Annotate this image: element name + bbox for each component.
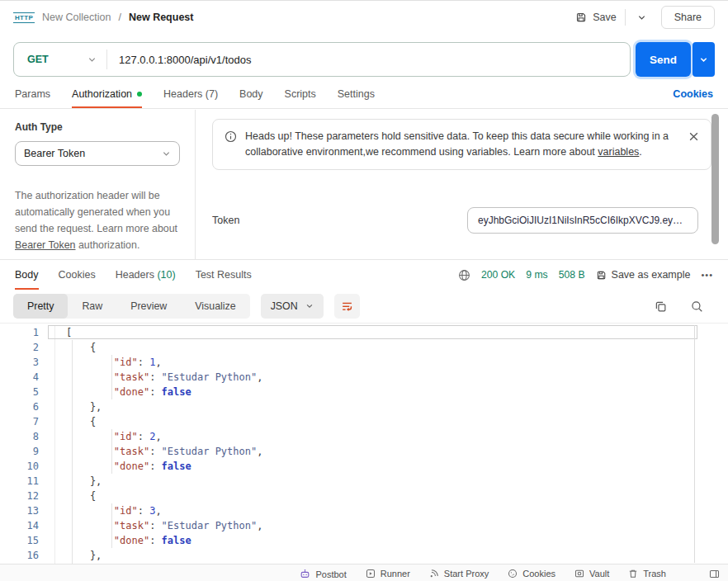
tab-authorization[interactable]: Authorization: [72, 80, 142, 108]
start-proxy-button[interactable]: Start Proxy: [429, 569, 489, 579]
response-tab-headers[interactable]: Headers (10): [116, 260, 176, 290]
code-line[interactable]: "done": false: [55, 459, 728, 474]
request-url-box: GET 127.0.0.1:8000/api/v1/todos: [13, 42, 631, 77]
floppy-icon: [596, 270, 607, 281]
view-tab-raw[interactable]: Raw: [68, 294, 116, 319]
code-line[interactable]: [: [55, 325, 728, 340]
token-input[interactable]: [467, 207, 698, 234]
response-tab-body[interactable]: Body: [15, 260, 39, 290]
vault-button[interactable]: Vault: [574, 569, 609, 579]
code-line[interactable]: "task": "Estudar Python",: [55, 444, 728, 459]
divider: [625, 9, 626, 26]
response-body-viewer[interactable]: 1234567891011121314151617 [ { "id": 1, "…: [0, 323, 728, 564]
token-row: Token: [212, 207, 711, 234]
line-number: 4: [0, 370, 54, 385]
save-as-example-button[interactable]: Save as example: [596, 269, 691, 281]
code-line[interactable]: "task": "Estudar Python",: [55, 518, 728, 533]
response-size[interactable]: 508 B: [559, 269, 585, 281]
tab-headers[interactable]: Headers (7): [163, 80, 218, 108]
chevron-down-icon: [87, 55, 97, 64]
line-number: 6: [0, 399, 54, 414]
tab-scripts[interactable]: Scripts: [285, 80, 316, 108]
postbot-button[interactable]: Postbot: [300, 569, 346, 579]
panel-icon: [709, 569, 720, 579]
line-number: 16: [0, 548, 54, 563]
line-number: 2: [0, 340, 54, 355]
response-tab-test-results[interactable]: Test Results: [196, 260, 252, 290]
auth-type-panel: Auth Type Bearer Token The authorization…: [0, 110, 196, 259]
wrap-lines-button[interactable]: [334, 294, 360, 319]
toolbar-right: [655, 300, 715, 313]
trash-button[interactable]: Trash: [628, 569, 666, 579]
runner-icon: [366, 569, 376, 579]
view-tab-pretty[interactable]: Pretty: [13, 294, 68, 319]
tab-params[interactable]: Params: [15, 80, 50, 108]
send-button[interactable]: Send: [636, 42, 691, 77]
line-number: 8: [0, 429, 54, 444]
search-icon[interactable]: [691, 300, 703, 313]
response-toolbar: Pretty Raw Preview Visualize JSON: [0, 290, 728, 323]
runner-button[interactable]: Runner: [366, 569, 410, 579]
globe-icon[interactable]: [458, 269, 470, 281]
share-label: Share: [674, 12, 702, 23]
status-code[interactable]: 200 OK: [481, 269, 515, 281]
satellite-icon: [429, 569, 439, 579]
code-line[interactable]: {: [55, 414, 728, 429]
save-options-button[interactable]: [631, 10, 653, 26]
code-line[interactable]: {: [55, 340, 728, 355]
banner-text: Heads up! These parameters hold sensitiv…: [245, 129, 680, 160]
url-input[interactable]: 127.0.0.1:8000/api/v1/todos: [107, 54, 630, 66]
cookies-button[interactable]: Cookies: [508, 569, 555, 579]
header-actions: Save Share: [575, 6, 715, 29]
code-line[interactable]: },: [55, 548, 728, 563]
headers-count: (10): [154, 269, 176, 281]
send-options-button[interactable]: [693, 42, 715, 77]
bearer-token-link[interactable]: Bearer Token: [15, 239, 75, 251]
code-line[interactable]: "id": 3,: [55, 503, 728, 518]
save-button[interactable]: Save: [575, 12, 617, 23]
http-request-icon: HTTP: [13, 12, 35, 23]
code-line[interactable]: {: [55, 489, 728, 503]
code-line[interactable]: "done": false: [55, 533, 728, 548]
auth-type-select[interactable]: Bearer Token: [15, 141, 180, 166]
breadcrumb-collection[interactable]: New Collection: [42, 12, 111, 23]
view-tab-visualize[interactable]: Visualize: [181, 294, 249, 319]
view-tab-preview[interactable]: Preview: [116, 294, 181, 319]
code-scroll-track[interactable]: [694, 325, 695, 563]
vault-icon: [574, 569, 584, 579]
variables-link[interactable]: variables: [598, 146, 639, 158]
info-icon: [225, 130, 237, 143]
line-number: 14: [0, 518, 54, 533]
close-icon[interactable]: [688, 131, 699, 142]
line-number: 12: [0, 489, 54, 503]
response-tab-cookies[interactable]: Cookies: [59, 260, 96, 290]
line-number: 9: [0, 444, 54, 459]
code-line[interactable]: "done": false: [55, 385, 728, 399]
view-mode-switch: Pretty Raw Preview Visualize: [13, 294, 250, 319]
share-button[interactable]: Share: [661, 6, 715, 29]
response-time[interactable]: 9 ms: [526, 269, 547, 281]
code-line[interactable]: },: [55, 474, 728, 489]
method-selector[interactable]: GET: [14, 54, 106, 65]
tab-body[interactable]: Body: [239, 80, 263, 108]
token-label: Token: [212, 215, 239, 226]
more-options-icon[interactable]: •••: [701, 270, 713, 280]
line-number: 7: [0, 414, 54, 429]
save-label: Save: [593, 12, 617, 23]
panel-toggle-button[interactable]: [709, 569, 720, 579]
tab-settings[interactable]: Settings: [338, 80, 375, 108]
cookie-icon: [508, 569, 518, 579]
copy-icon[interactable]: [655, 300, 667, 313]
format-select[interactable]: JSON: [261, 294, 324, 319]
line-number: 15: [0, 533, 54, 548]
scrollbar-thumb[interactable]: [711, 114, 719, 244]
breadcrumb: HTTP New Collection / New Request: [13, 12, 193, 23]
breadcrumb-request-name[interactable]: New Request: [129, 12, 194, 23]
status-bar: Postbot Runner Start Proxy: [0, 564, 728, 581]
code-line[interactable]: "task": "Estudar Python",: [55, 370, 728, 385]
code-line[interactable]: "id": 1,: [55, 355, 728, 370]
code-line[interactable]: "id": 2,: [55, 429, 728, 444]
cookies-link[interactable]: Cookies: [673, 80, 713, 108]
trash-icon: [628, 569, 638, 579]
code-line[interactable]: },: [55, 399, 728, 414]
